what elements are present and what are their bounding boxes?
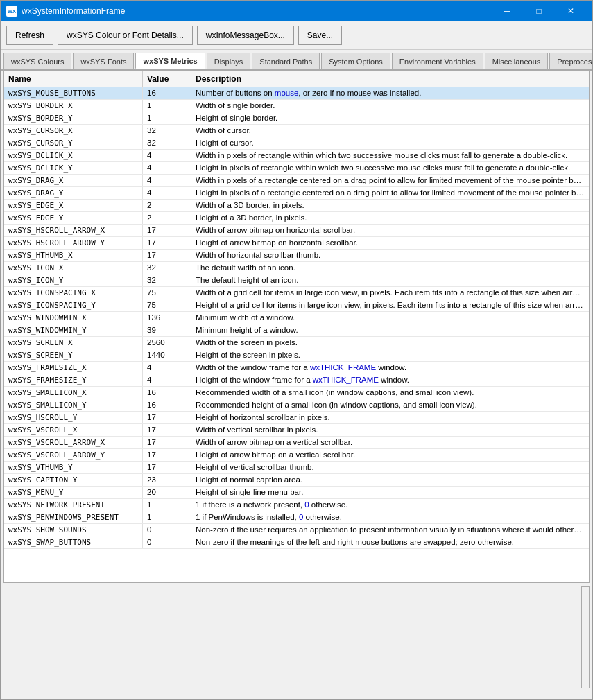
cell-desc: Width of arrow bitmap on horizontal scro… (191, 225, 589, 236)
table-row[interactable]: wxSYS_BORDER_X1Width of single border. (4, 100, 589, 112)
cell-desc: Height of the screen in pixels. (191, 349, 589, 361)
cell-desc: Height of arrow bitmap on horizontal scr… (191, 237, 589, 249)
table-row[interactable]: wxSYS_FRAMESIZE_X4Width of the window fr… (4, 362, 589, 374)
cell-value: 23 (143, 474, 191, 486)
cell-name: wxSYS_NETWORK_PRESENT (4, 499, 143, 511)
table-row[interactable]: wxSYS_VSCROLL_ARROW_X17Width of arrow bi… (4, 437, 589, 449)
table-row[interactable]: wxSYS_ICONSPACING_Y75Height of a grid ce… (4, 299, 589, 312)
close-button[interactable]: ✕ (555, 1, 587, 21)
cell-desc: Recommended height of a small icon (in w… (191, 399, 589, 411)
table-row[interactable]: wxSYS_SWAP_BUTTONS0Non-zero if the meani… (4, 536, 589, 549)
cell-name: wxSYS_CURSOR_Y (4, 137, 143, 149)
cell-name: wxSYS_ICON_X (4, 262, 143, 274)
cell-name: wxSYS_SHOW_SOUNDS (4, 524, 143, 536)
table-row[interactable]: wxSYS_SMALLICON_Y16Recommended height of… (4, 399, 589, 412)
cell-value: 17 (143, 462, 191, 473)
table-row[interactable]: wxSYS_BORDER_Y1Height of single border. (4, 112, 589, 125)
refresh-button[interactable]: Refresh (6, 26, 53, 45)
cell-name: wxSYS_SMALLICON_X (4, 387, 143, 399)
table-row[interactable]: wxSYS_SHOW_SOUNDS0Non-zero if the user r… (4, 524, 589, 536)
app-icon: wx (6, 6, 17, 17)
table-row[interactable]: wxSYS_DRAG_X4Width in pixels of a rectan… (4, 175, 589, 187)
main-window: wx wxSystemInformationFrame ─ □ ✕ Refres… (0, 0, 593, 700)
table-row[interactable]: wxSYS_VSCROLL_X17Width of vertical scrol… (4, 424, 589, 437)
cell-desc: Width of the screen in pixels. (191, 337, 589, 349)
table-row[interactable]: wxSYS_HSCROLL_ARROW_X17Width of arrow bi… (4, 225, 589, 237)
cell-name: wxSYS_DRAG_X (4, 175, 143, 186)
table-header: Name Value Description (4, 71, 589, 87)
tab-miscellaneous[interactable]: Miscellaneous (485, 53, 549, 69)
table-row[interactable]: wxSYS_CURSOR_Y32Height of cursor. (4, 137, 589, 150)
table-row[interactable]: wxSYS_WINDOWMIN_Y39Minimum height of a w… (4, 324, 589, 337)
table-row[interactable]: wxSYS_DCLICK_Y4Height in pixels of recta… (4, 162, 589, 175)
table-row[interactable]: wxSYS_CAPTION_Y23Height of normal captio… (4, 474, 589, 487)
cell-desc: Width of cursor. (191, 125, 589, 137)
table-row[interactable]: wxSYS_SMALLICON_X16Recommended width of … (4, 387, 589, 399)
colour-font-button[interactable]: wxSYS Colour or Font Details... (58, 26, 193, 45)
table-row[interactable]: wxSYS_SCREEN_X2560Width of the screen in… (4, 337, 589, 349)
col-header-value: Value (143, 71, 191, 87)
table-row[interactable]: wxSYS_VTHUMB_Y17Height of vertical scrol… (4, 462, 589, 474)
info-message-button[interactable]: wxInfoMessageBox... (197, 26, 294, 45)
cell-value: 1440 (143, 349, 191, 361)
minimize-button[interactable]: ─ (491, 1, 523, 21)
cell-value: 17 (143, 449, 191, 461)
table-row[interactable]: wxSYS_WINDOWMIN_X136Minimum width of a w… (4, 312, 589, 324)
table-row[interactable]: wxSYS_ICON_X32The default width of an ic… (4, 262, 589, 274)
cell-value: 32 (143, 274, 191, 286)
table-row[interactable]: wxSYS_MOUSE_BUTTONS16Number of buttons o… (4, 87, 589, 100)
cell-desc: Height of horizontal scrollbar in pixels… (191, 412, 589, 423)
cell-value: 0 (143, 524, 191, 536)
maximize-button[interactable]: □ (523, 1, 555, 21)
table-row[interactable]: wxSYS_FRAMESIZE_Y4Height of the window f… (4, 374, 589, 387)
table-row[interactable]: wxSYS_DCLICK_X4Width in pixels of rectan… (4, 150, 589, 162)
tab-env-variables[interactable]: Environment Variables (392, 53, 483, 69)
table-row[interactable]: wxSYS_HTHUMB_X17Width of horizontal scro… (4, 250, 589, 262)
cell-desc: Width of a 3D border, in pixels. (191, 200, 589, 211)
cell-value: 2 (143, 200, 191, 211)
cell-value: 17 (143, 237, 191, 249)
cell-value: 16 (143, 399, 191, 411)
tab-metrics[interactable]: wxSYS Metrics (135, 53, 205, 69)
tab-system-options[interactable]: System Options (321, 53, 390, 69)
tab-preprocessor[interactable]: Preprocessor Defines (549, 53, 592, 69)
cell-desc: Non-zero if the user requires an applica… (191, 524, 589, 536)
cell-name: wxSYS_DCLICK_X (4, 150, 143, 161)
cell-desc: Width of arrow bitmap on a vertical scro… (191, 437, 589, 448)
table-row[interactable]: wxSYS_PENWINDOWS_PRESENT11 if PenWindows… (4, 511, 589, 524)
table-body[interactable]: wxSYS_MOUSE_BUTTONS16Number of buttons o… (4, 87, 589, 582)
scrollbar-vertical-bottom[interactable] (581, 586, 590, 688)
tab-standard-paths[interactable]: Standard Paths (252, 53, 320, 69)
title-bar: wx wxSystemInformationFrame ─ □ ✕ (1, 1, 592, 21)
desc-link: wxTHICK_FRAME (310, 363, 376, 371)
table-row[interactable]: wxSYS_SCREEN_Y1440Height of the screen i… (4, 349, 589, 362)
tab-colours[interactable]: wxSYS Colours (3, 53, 71, 69)
toolbar: Refresh wxSYS Colour or Font Details... … (1, 21, 592, 50)
cell-desc: Width of a grid cell for items in large … (191, 287, 589, 299)
cell-value: 17 (143, 412, 191, 423)
table-row[interactable]: wxSYS_ICONSPACING_X75Width of a grid cel… (4, 287, 589, 299)
tab-displays[interactable]: Displays (207, 53, 251, 69)
cell-value: 1 (143, 499, 191, 511)
table-row[interactable]: wxSYS_EDGE_X2Width of a 3D border, in pi… (4, 200, 589, 212)
cell-desc: Width of vertical scrollbar in pixels. (191, 424, 589, 436)
table-row[interactable]: wxSYS_EDGE_Y2Height of a 3D border, in p… (4, 212, 589, 225)
table-row[interactable]: wxSYS_DRAG_Y4Height in pixels of a recta… (4, 187, 589, 200)
cell-desc: Height of single-line menu bar. (191, 487, 589, 498)
table-row[interactable]: wxSYS_ICON_Y32The default height of an i… (4, 274, 589, 287)
table-row[interactable]: wxSYS_HSCROLL_ARROW_Y17Height of arrow b… (4, 237, 589, 250)
cell-desc: Height of a grid cell for items in large… (191, 299, 589, 311)
save-button[interactable]: Save... (298, 26, 342, 45)
tabs-bar: wxSYS ColourswxSYS FontswxSYS MetricsDis… (1, 50, 592, 71)
cell-name: wxSYS_HSCROLL_Y (4, 412, 143, 423)
table-row[interactable]: wxSYS_MENU_Y20Height of single-line menu… (4, 487, 589, 499)
table-row[interactable]: wxSYS_HSCROLL_Y17Height of horizontal sc… (4, 412, 589, 424)
cell-value: 75 (143, 287, 191, 299)
cell-name: wxSYS_FRAMESIZE_Y (4, 374, 143, 386)
table-row[interactable]: wxSYS_VSCROLL_ARROW_Y17Height of arrow b… (4, 449, 589, 462)
cell-value: 39 (143, 324, 191, 336)
table-row[interactable]: wxSYS_NETWORK_PRESENT11 if there is a ne… (4, 499, 589, 511)
cell-name: wxSYS_ICONSPACING_Y (4, 299, 143, 311)
table-row[interactable]: wxSYS_CURSOR_X32Width of cursor. (4, 125, 589, 137)
tab-fonts[interactable]: wxSYS Fonts (73, 53, 134, 69)
